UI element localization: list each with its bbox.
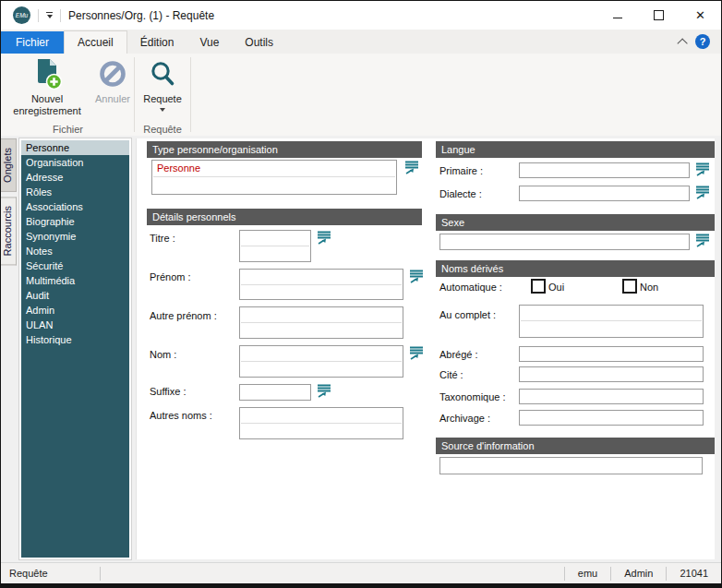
ribbon-tab-strip: Fichier Accueil Édition Vue Outils ? [1,30,721,54]
lookup-list-icon[interactable] [409,270,424,284]
archivage-field[interactable] [519,410,704,426]
sidebar-item-audit[interactable]: Audit [21,288,129,303]
tab-edition[interactable]: Édition [127,31,187,54]
taxonomique-label: Taxonomique : [439,391,506,402]
window-title: Personnes/Org. (1) - Requête [68,9,214,22]
autre-prenom-label: Autre prénom : [150,310,217,321]
new-record-icon [31,55,63,92]
lookup-list-icon[interactable] [695,186,710,200]
section-header-langue: Langue [436,141,715,158]
sidebar-vertical-tabs: Onglets Raccourcis [1,138,17,265]
group-label-requete: Requête [136,124,189,135]
cite-label: Cité : [439,369,463,380]
lookup-list-icon[interactable] [317,231,331,246]
form-panel: Type personne/organisation Personne Déta… [136,138,715,559]
sidebar-item-adresse[interactable]: Adresse [21,170,129,185]
lookup-list-icon[interactable] [409,346,424,361]
archivage-label: Archivage : [439,413,490,424]
lookup-list-icon[interactable] [317,384,331,399]
dialecte-field[interactable] [519,186,690,201]
section-header-details: Détails personnels [147,209,422,225]
sidebar-item-synonymie[interactable]: Synonymie [21,229,129,244]
group-separator [134,57,135,132]
qat-bar [46,12,53,14]
status-bar: Requête emu Admin 21041 [1,562,721,583]
sidebar-item-multimedia[interactable]: Multimédia [21,273,129,288]
status-mode: Requête [1,568,100,579]
cancel-label: Annuler [95,93,130,105]
collapse-ribbon-icon[interactable] [677,38,687,48]
sidebar-item-securite[interactable]: Sécurité [21,258,129,273]
app-logo-icon[interactable]: EMu [13,6,30,24]
query-search-icon [148,55,177,92]
vtab-onglets[interactable]: Onglets [1,138,17,192]
section-header-type: Type personne/organisation [147,141,422,158]
sidebar-item-associations[interactable]: Associations [21,199,129,214]
quick-access-dropdown-icon[interactable] [46,12,53,19]
group-separator [190,57,191,132]
new-record-button[interactable]: Nouvel enregistrement [5,55,90,117]
autre-prenom-field[interactable] [239,306,403,339]
query-button[interactable]: Requete [137,55,188,112]
tab-accueil[interactable]: Accueil [64,30,127,54]
titre-label: Titre : [150,233,175,244]
lookup-list-icon[interactable] [695,162,710,177]
sidebar-item-personne[interactable]: Personne [21,140,129,155]
status-server: emu [565,563,610,583]
taxonomique-field[interactable] [519,389,704,404]
vtab-raccourcis[interactable]: Raccourcis [1,197,17,265]
ribbon-group-fichier: Nouvel enregistrement Annuler Fichier [3,54,133,136]
nom-field[interactable] [239,345,403,378]
cancel-icon [98,55,127,92]
automatique-label: Automatique : [439,282,502,293]
suffixe-field[interactable] [239,384,311,401]
maximize-button[interactable] [638,1,680,30]
sidebar-item-biographie[interactable]: Biographie [21,214,129,229]
main-area: Onglets Raccourcis Personne Organisation… [1,136,721,563]
sidebar-item-organisation[interactable]: Organisation [21,155,129,170]
lookup-list-icon[interactable] [404,161,419,175]
sidebar-item-admin[interactable]: Admin [21,303,129,318]
sidebar-item-ulan[interactable]: ULAN [21,318,129,332]
primaire-label: Primaire : [439,165,483,176]
lookup-list-icon[interactable] [695,234,710,248]
close-button[interactable]: ✕ [680,1,721,30]
status-user: Admin [611,563,666,583]
au-complet-field[interactable] [519,305,704,338]
sexe-field[interactable] [439,234,690,250]
type-listbox[interactable]: Personne [151,160,397,195]
nom-label: Nom : [150,349,176,360]
tab-outils[interactable]: Outils [232,31,286,54]
tab-vue[interactable]: Vue [187,31,232,54]
titre-field[interactable] [239,230,311,262]
cite-field[interactable] [519,366,704,382]
status-number: 21041 [667,563,721,583]
non-label: Non [640,282,658,293]
prenom-field[interactable] [239,269,403,300]
divider [100,567,101,581]
non-checkbox[interactable] [622,279,637,294]
group-label-fichier: Fichier [3,124,133,135]
tab-fichier[interactable]: Fichier [1,31,64,54]
primaire-field[interactable] [519,162,690,178]
oui-label: Oui [548,282,564,293]
sidebar-item-notes[interactable]: Notes [21,244,129,258]
cancel-button[interactable]: Annuler [91,55,134,105]
title-bar: EMu Personnes/Org. (1) - Requête ✕ [1,1,721,30]
autres-noms-field[interactable] [239,407,403,439]
maximize-icon [654,10,664,20]
help-button[interactable]: ? [695,34,710,49]
sidebar-item-historique[interactable]: Historique [21,332,129,347]
sidebar-item-roles[interactable]: Rôles [21,185,129,199]
type-value[interactable]: Personne [153,161,395,177]
source-field[interactable] [439,457,703,474]
ribbon: Nouvel enregistrement Annuler Fichier [1,54,721,137]
autres-noms-label: Autres noms : [150,410,212,421]
status-right: emu Admin 21041 [564,563,721,583]
abrege-field[interactable] [519,346,704,362]
oui-checkbox[interactable] [531,279,546,294]
minimize-button[interactable] [596,1,638,30]
divider [38,9,39,22]
section-header-sexe: Sexe [436,214,715,231]
app-window: EMu Personnes/Org. (1) - Requête ✕ Fichi… [0,0,722,588]
